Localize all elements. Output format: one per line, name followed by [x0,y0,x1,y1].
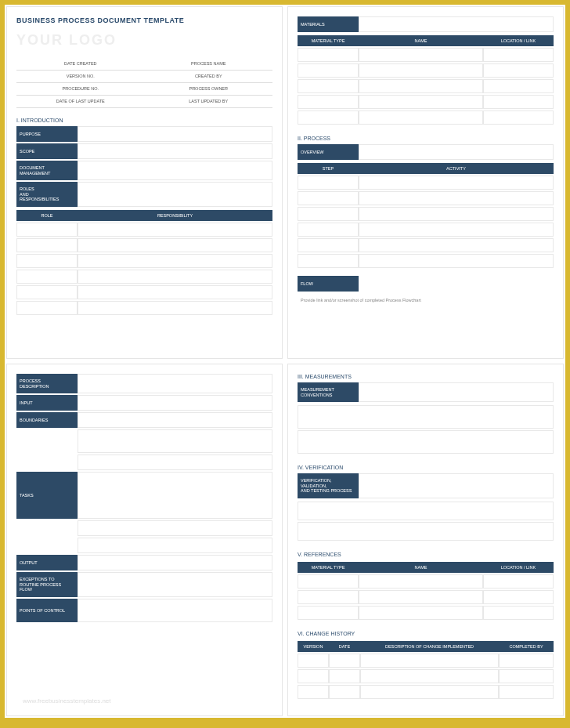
tasks-row3 [16,538,272,553]
cell[interactable] [329,669,360,683]
cell[interactable] [359,95,483,109]
cell[interactable] [329,654,360,668]
cell[interactable] [359,207,554,221]
purpose-cell[interactable] [78,126,272,142]
cell[interactable] [298,654,329,668]
bound-cell[interactable] [78,412,272,428]
tasks-row: TASKS [16,472,272,519]
cell[interactable] [499,669,554,683]
cell[interactable] [16,270,78,284]
cell[interactable] [359,48,483,62]
cell[interactable] [298,79,359,93]
pd-cell[interactable] [78,374,272,393]
cell[interactable] [298,63,359,78]
cell[interactable] [483,606,554,620]
cell[interactable] [298,207,359,221]
cell[interactable] [359,223,554,237]
cell[interactable] [78,238,272,252]
tasks-cell2[interactable] [78,520,272,536]
cell[interactable] [78,270,272,284]
cell[interactable] [360,669,499,683]
dm-cell[interactable] [78,161,272,180]
cell[interactable] [359,590,483,604]
cell[interactable] [78,285,272,299]
cell[interactable] [298,522,554,541]
cell[interactable] [483,590,554,604]
cell[interactable] [359,79,483,93]
rr-label: ROLES AND RESPONSIBILITIES [16,182,78,207]
cell[interactable] [483,63,554,78]
materials-cell[interactable] [359,16,554,32]
cell[interactable] [298,502,554,520]
cell[interactable] [499,654,554,668]
cell[interactable] [298,223,359,237]
cell[interactable] [298,430,554,454]
cell[interactable] [298,606,359,620]
cell[interactable] [483,79,554,93]
cell[interactable] [359,254,554,268]
cell[interactable] [298,238,359,252]
cell[interactable] [16,238,78,252]
table-row [298,254,554,268]
output-cell[interactable] [78,555,272,570]
cell[interactable] [16,285,78,299]
scope-cell[interactable] [78,143,272,159]
input-cell[interactable] [78,395,272,411]
cell[interactable] [359,606,483,620]
cell[interactable] [298,191,359,205]
cell[interactable] [78,254,272,268]
cell[interactable] [359,238,554,252]
mat-name-header: NAME [359,35,483,46]
bound-cell2[interactable] [78,429,272,453]
cell[interactable] [359,191,554,205]
poc-label: POINTS OF CONTROL [16,599,78,622]
table-row [298,522,554,541]
table-row [16,238,272,252]
cell[interactable] [483,574,554,589]
flow-label: FLOW [298,276,359,292]
cell[interactable] [78,301,272,315]
tasks-cell[interactable] [78,472,272,519]
table-row [298,574,554,589]
cell[interactable] [298,176,359,190]
tasks-cell3[interactable] [78,538,272,553]
exc-cell[interactable] [78,572,272,597]
cell[interactable] [298,590,359,604]
cell[interactable] [298,110,359,125]
cell[interactable] [360,685,499,699]
cell[interactable] [483,48,554,62]
cell[interactable] [16,301,78,315]
cell[interactable] [483,110,554,125]
cell[interactable] [298,48,359,62]
cell[interactable] [359,110,483,125]
cell[interactable] [78,223,272,237]
cell[interactable] [16,223,78,237]
cell[interactable] [360,654,499,668]
bound-cell3[interactable] [78,455,272,470]
meta-label: PROCESS NAME [145,58,273,71]
poc-cell[interactable] [78,599,272,622]
resp-header: RESPONSIBILITY [78,210,272,221]
cell[interactable] [298,685,329,699]
cell[interactable] [16,254,78,268]
verification-table [298,500,554,542]
cell[interactable] [298,254,359,268]
pd-row: PROCESS DESCRIPTION [16,374,272,393]
cell[interactable] [298,95,359,109]
cell[interactable] [298,669,329,683]
cell[interactable] [359,574,483,589]
cell[interactable] [359,63,483,78]
rr-cell[interactable] [78,182,272,207]
cell[interactable] [499,685,554,699]
table-row [298,48,554,62]
cell[interactable] [329,685,360,699]
cell[interactable] [298,574,359,589]
overview-cell[interactable] [359,144,554,160]
verif-cell[interactable] [359,473,554,498]
mc-cell[interactable] [359,382,554,402]
cell[interactable] [359,176,554,190]
table-row [16,285,272,299]
cell[interactable] [298,405,554,429]
cell[interactable] [483,95,554,109]
table-row [298,79,554,93]
